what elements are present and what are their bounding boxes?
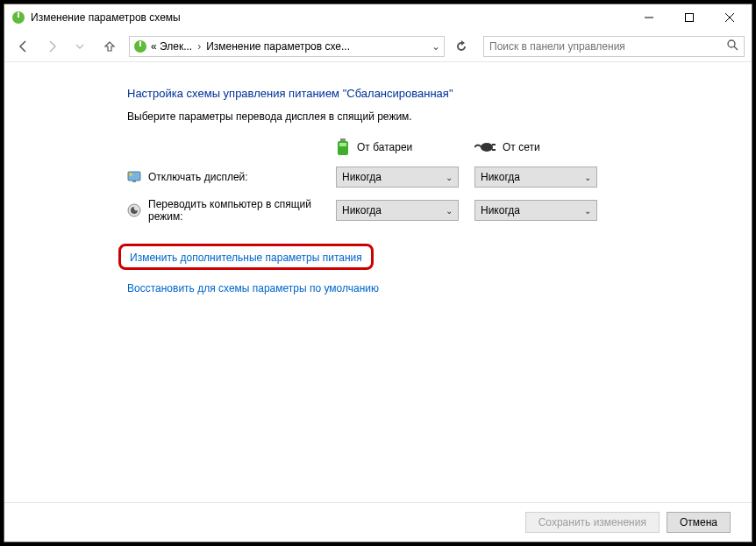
battery-icon [336,138,350,156]
sleep-ac-select[interactable]: Никогда⌄ [474,200,597,221]
minimize-button[interactable] [629,4,669,31]
cancel-button[interactable]: Отмена [667,512,731,533]
display-ac-select[interactable]: Никогда⌄ [474,167,597,188]
search-box[interactable] [483,36,745,57]
column-battery-label: От батареи [357,141,412,153]
page-subtitle: Выберите параметры перевода дисплея в сп… [127,110,734,123]
sleep-battery-select[interactable]: Никогда⌄ [336,200,459,221]
chevron-down-icon: ⌄ [584,206,591,216]
chevron-down-icon: ⌄ [446,173,453,182]
svg-rect-3 [686,14,694,22]
column-battery: От батареи [336,138,459,156]
titlebar: Изменение параметров схемы [4,4,752,31]
app-icon [11,11,25,25]
row-display-label: Отключать дисплей: [148,171,248,183]
chevron-down-icon: ⌄ [446,206,453,216]
refresh-button[interactable] [448,40,474,53]
svg-point-18 [129,173,132,176]
forward-button[interactable] [39,34,64,59]
power-plan-icon [133,39,147,53]
breadcrumb-part2: Изменение параметров схе... [206,40,350,53]
window: Изменение параметров схемы « Элек... › И… [4,4,752,542]
svg-rect-7 [139,41,141,46]
navbar: « Элек... › Изменение параметров схе... … [4,31,752,62]
close-button[interactable] [710,4,750,31]
sleep-icon [127,203,141,217]
monitor-icon [127,170,141,184]
search-input[interactable] [489,40,726,53]
display-battery-select[interactable]: Никогда⌄ [336,167,459,188]
chevron-down-icon[interactable]: ⌄ [431,40,440,53]
row-sleep: Переводить компьютер в спящий режим: [127,198,320,223]
up-button[interactable] [97,34,122,59]
window-title: Изменение параметров схемы [31,11,181,24]
breadcrumb-part1: « Элек... [151,40,192,53]
column-ac: От сети [474,141,597,153]
row-sleep-label: Переводить компьютер в спящий режим: [148,198,320,223]
svg-point-8 [728,40,735,47]
svg-rect-12 [339,143,346,146]
chevron-down-icon: ⌄ [584,173,591,182]
svg-line-9 [734,46,738,50]
save-button: Сохранить изменения [525,512,660,533]
restore-defaults-link[interactable]: Восстановить для схемы параметры по умол… [127,282,379,294]
page-heading: Настройка схемы управления питанием "Сба… [127,87,734,100]
svg-rect-1 [18,12,19,18]
advanced-settings-link[interactable]: Изменить дополнительные параметры питани… [130,252,362,264]
row-display: Отключать дисплей: [127,170,320,184]
window-controls [629,4,750,31]
chevron-right-icon: › [196,40,203,53]
svg-point-13 [481,143,493,152]
plug-icon [474,141,496,153]
column-ac-label: От сети [503,141,540,153]
breadcrumb[interactable]: « Элек... › Изменение параметров схе... … [129,36,445,57]
back-button[interactable] [11,34,36,59]
maximize-button[interactable] [669,4,710,31]
settings-grid: От батареи От сети Отключать дисплей: Ни… [127,138,734,223]
content: Настройка схемы управления питанием "Сба… [4,62,752,502]
footer: Сохранить изменения Отмена [4,502,752,542]
recent-dropdown[interactable] [68,34,92,59]
svg-rect-10 [340,138,346,141]
highlight-annotation: Изменить дополнительные параметры питани… [118,244,374,270]
search-icon[interactable] [726,39,738,53]
svg-rect-17 [132,181,136,182]
